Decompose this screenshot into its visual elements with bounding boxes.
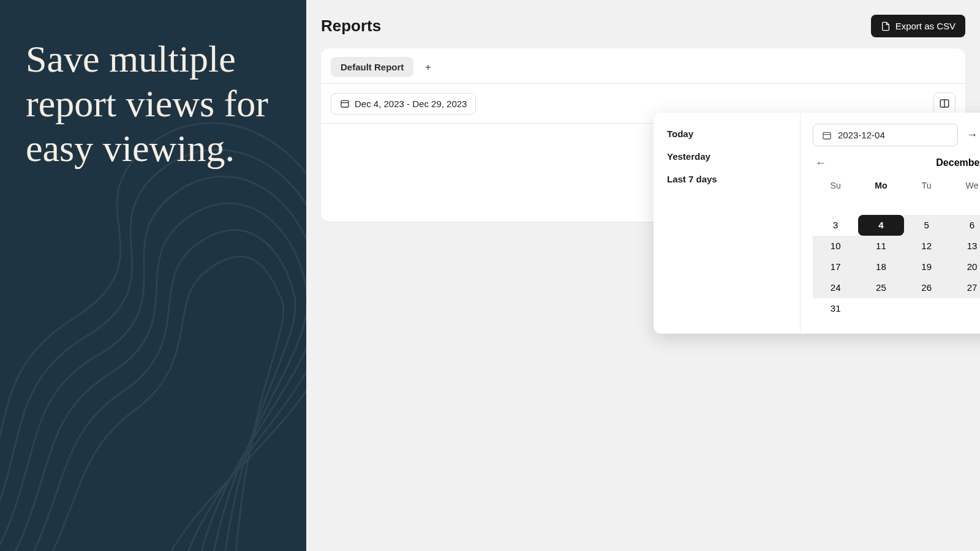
calendar-day[interactable]: 6 bbox=[949, 215, 980, 236]
date-inputs-row: 2023-12-04 → 2023-12-29 bbox=[813, 124, 980, 146]
arrow-right-icon: → bbox=[967, 129, 978, 141]
svg-rect-2 bbox=[341, 100, 349, 107]
calendar-day[interactable]: 17 bbox=[813, 257, 858, 277]
calendar-day[interactable]: 18 bbox=[858, 257, 903, 277]
calendar-day[interactable]: 26 bbox=[904, 277, 949, 298]
export-label: Export as CSV bbox=[895, 21, 956, 31]
add-tab-button[interactable] bbox=[420, 59, 437, 76]
calendar-grid: SuMoTuWeThFrSa12345678910111213141516171… bbox=[813, 177, 980, 319]
calendar-day[interactable]: 5 bbox=[904, 215, 949, 236]
calendar-day[interactable]: 19 bbox=[904, 257, 949, 277]
preset-today[interactable]: Today bbox=[654, 122, 800, 145]
promo-headline: Save multiple report views for easy view… bbox=[26, 37, 281, 171]
calendar-day[interactable]: 25 bbox=[858, 277, 903, 298]
calendar-day[interactable]: 13 bbox=[949, 236, 980, 257]
calendar-day bbox=[949, 298, 980, 319]
calendar-day[interactable]: 24 bbox=[813, 277, 858, 298]
calendar-day bbox=[904, 194, 949, 215]
promo-panel: Save multiple report views for easy view… bbox=[0, 0, 306, 551]
page-title: Reports bbox=[321, 17, 381, 36]
calendar-day[interactable]: 3 bbox=[813, 215, 858, 236]
date-range-label: Dec 4, 2023 - Dec 29, 2023 bbox=[355, 99, 467, 109]
month-nav: ← December 2023 → bbox=[813, 155, 980, 171]
calendar-day[interactable]: 27 bbox=[949, 277, 980, 298]
dow-header: We bbox=[949, 177, 980, 194]
calendar-day[interactable]: 4 bbox=[858, 215, 903, 236]
calendar-day bbox=[858, 298, 903, 319]
columns-icon bbox=[939, 98, 950, 109]
preset-yesterday[interactable]: Yesterday bbox=[654, 145, 800, 168]
month-label: December 2023 bbox=[829, 157, 980, 168]
tab-default-report[interactable]: Default Report bbox=[331, 57, 413, 77]
preset-last-7-days[interactable]: Last 7 days bbox=[654, 168, 800, 190]
calendar-icon bbox=[822, 130, 832, 140]
calendar-day[interactable]: 11 bbox=[858, 236, 903, 257]
calendar-icon bbox=[340, 99, 350, 108]
preset-column: Today Yesterday Last 7 days bbox=[654, 113, 801, 334]
start-date-input[interactable]: 2023-12-04 bbox=[813, 124, 958, 146]
file-icon bbox=[881, 21, 891, 31]
dow-header: Mo bbox=[858, 177, 903, 194]
calendar-day bbox=[858, 194, 903, 215]
calendar-day[interactable]: 12 bbox=[904, 236, 949, 257]
calendar-day bbox=[813, 194, 858, 215]
export-csv-button[interactable]: Export as CSV bbox=[871, 15, 965, 37]
calendar-column: 2023-12-04 → 2023-12-29 ← December 2023 … bbox=[801, 113, 980, 334]
dow-header: Tu bbox=[904, 177, 949, 194]
calendar-day[interactable]: 10 bbox=[813, 236, 858, 257]
columns-button[interactable] bbox=[933, 92, 956, 114]
date-picker-popover: Today Yesterday Last 7 days 2023-12-04 →… bbox=[654, 113, 980, 334]
main-content: Reports Export as CSV Default Report bbox=[306, 0, 980, 551]
date-range-button[interactable]: Dec 4, 2023 - Dec 29, 2023 bbox=[331, 93, 476, 114]
calendar-day bbox=[904, 298, 949, 319]
prev-month-button[interactable]: ← bbox=[813, 155, 829, 171]
calendar-day bbox=[949, 194, 980, 215]
header-row: Reports Export as CSV bbox=[321, 15, 965, 37]
plus-icon bbox=[424, 63, 432, 72]
start-date-value: 2023-12-04 bbox=[838, 130, 885, 140]
dow-header: Su bbox=[813, 177, 858, 194]
svg-rect-6 bbox=[823, 132, 831, 139]
calendar-day[interactable]: 20 bbox=[949, 257, 980, 277]
tabs-row: Default Report bbox=[321, 48, 965, 84]
calendar-day[interactable]: 31 bbox=[813, 298, 858, 319]
